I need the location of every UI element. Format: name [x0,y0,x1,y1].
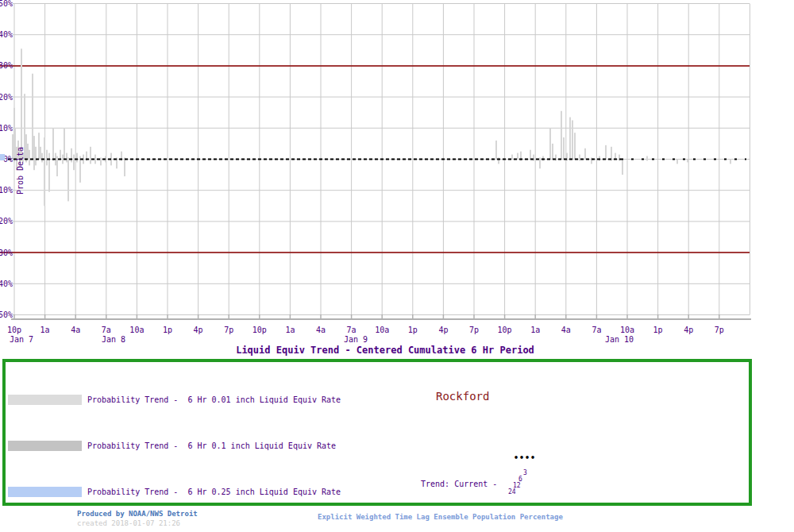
chart-title: Liquid Equiv Trend - Centered Cumulative… [0,345,770,356]
svg-text:40%: 40% [0,30,13,39]
y-axis-title: Prob Delta [16,147,25,195]
svg-text:7a: 7a [102,326,111,334]
svg-text:4p: 4p [194,326,203,334]
legend-box: Probability Trend - 6 Hr 0.01 inch Liqui… [2,359,752,506]
svg-text:7a: 7a [592,326,601,334]
svg-text:7a: 7a [347,326,357,334]
legend-item: Probability Trend - 6 Hr 0.25 inch Liqui… [6,484,749,499]
svg-text:-20%: -20% [0,217,13,226]
svg-text:10p: 10p [7,326,21,334]
svg-text:1a: 1a [40,326,50,334]
svg-text:1p: 1p [408,326,418,334]
svg-text:-50%: -50% [0,310,13,319]
svg-text:4p: 4p [438,326,448,334]
svg-text:1a: 1a [530,326,540,334]
svg-text:-40%: -40% [0,279,13,288]
svg-text:4a: 4a [316,326,326,334]
trend-current-label: Trend: Current - [421,480,497,488]
svg-text:10a: 10a [375,326,389,334]
svg-text:4a: 4a [561,326,571,334]
footer-produced-by: Produced by NOAA/NWS Detroit [77,510,198,518]
axis-marker-blue [0,154,5,160]
legend-swatch-0.01in [8,395,82,405]
svg-text:7p: 7p [224,326,233,334]
svg-text:10%: 10% [0,124,13,133]
chart-canvas: 50%40%30%20%10%0%-10%-20%-30%-40%-50%10p… [0,0,794,357]
svg-text:Jan 9: Jan 9 [344,335,368,344]
footer-created-timestamp: created 2018-01-07 21:26 [77,519,180,527]
svg-text:4p: 4p [684,326,693,334]
axis-labels: 50%40%30%20%10%0%-10%-20%-30%-40%-50%10p… [0,0,724,344]
probability-delta-bars [12,48,731,206]
svg-text:50%: 50% [0,0,13,8]
svg-text:4a: 4a [71,326,80,334]
trend-hour-3: 3 [523,469,527,476]
legend-item: Probability Trend - 6 Hr 0.1 inch Liquid… [6,438,749,454]
svg-text:Jan 7: Jan 7 [10,335,33,344]
trend-hour-24: 24 [508,488,516,495]
svg-text:Jan 8: Jan 8 [102,335,125,344]
svg-text:7p: 7p [469,326,479,334]
trend-dots: •••• [514,453,536,462]
app-window: 50%40%30%20%10%0%-10%-20%-30%-40%-50%10p… [0,0,794,532]
legend-label: Probability Trend - 6 Hr 0.25 inch Liqui… [87,488,341,496]
legend-label: Probability Trend - 6 Hr 0.1 inch Liquid… [87,441,336,450]
footer-caption: Explicit Weighted Time Lag Ensemble Popu… [318,513,563,521]
svg-text:-30%: -30% [0,249,13,257]
svg-text:10a: 10a [129,326,144,334]
legend-item: Probability Trend - 6 Hr 0.01 inch Liqui… [6,392,749,408]
station-label: Rockford [436,390,489,403]
svg-text:20%: 20% [0,93,13,102]
svg-text:10a: 10a [620,326,634,334]
svg-text:1p: 1p [653,326,663,334]
svg-text:-10%: -10% [0,186,13,195]
legend-swatch-0.1in [8,441,82,451]
svg-text:10p: 10p [498,326,512,334]
svg-text:1p: 1p [163,326,172,334]
probability-trend-chart: 50%40%30%20%10%0%-10%-20%-30%-40%-50%10p… [0,0,794,357]
legend-label: Probability Trend - 6 Hr 0.01 inch Liqui… [87,395,341,404]
svg-text:Jan 10: Jan 10 [605,335,634,344]
svg-text:7p: 7p [715,326,724,334]
svg-text:10p: 10p [252,326,267,334]
svg-text:30%: 30% [0,61,13,70]
svg-text:1a: 1a [285,326,295,334]
legend-swatch-0.25in [8,487,82,497]
